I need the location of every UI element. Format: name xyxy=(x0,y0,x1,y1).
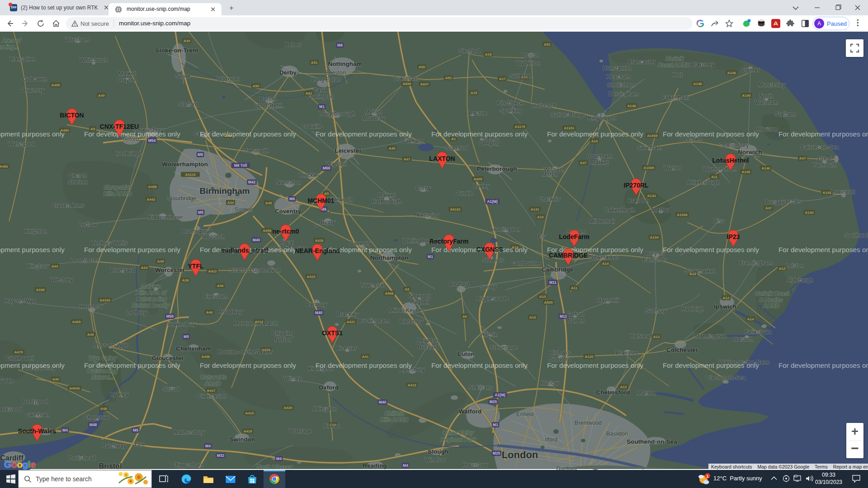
svg-text:A465: A465 xyxy=(72,320,81,324)
svg-text:A4123: A4123 xyxy=(185,173,196,177)
svg-text:M11: M11 xyxy=(549,280,557,285)
svg-text:Hunstanton: Hunstanton xyxy=(603,65,632,71)
svg-text:M40: M40 xyxy=(253,238,260,242)
svg-text:Stone: Stone xyxy=(176,73,191,80)
svg-text:A41: A41 xyxy=(362,355,369,359)
svg-text:M6: M6 xyxy=(198,152,203,157)
svg-text:For development purposes only: For development purposes only xyxy=(663,246,759,253)
svg-text:A143: A143 xyxy=(805,211,814,215)
svg-text:A12: A12 xyxy=(620,385,627,389)
svg-text:Clacton-on-Sea: Clacton-on-Sea xyxy=(706,375,745,381)
svg-text:Cwmbran: Cwmbran xyxy=(25,412,49,418)
svg-text:Wigston: Wigston xyxy=(326,161,346,167)
svg-text:Luton: Luton xyxy=(458,351,474,357)
svg-text:For development purposes only: For development purposes only xyxy=(431,130,528,138)
svg-text:A5: A5 xyxy=(324,192,329,196)
svg-text:A44: A44 xyxy=(141,266,148,270)
svg-text:Cambourne: Cambourne xyxy=(510,260,540,267)
svg-text:Enfield: Enfield xyxy=(516,411,533,418)
svg-text:Buzzard: Buzzard xyxy=(418,344,439,350)
svg-text:Spalding: Spalding xyxy=(500,108,522,114)
svg-text:Stroud: Stroud xyxy=(163,386,179,392)
svg-text:Market: Market xyxy=(378,192,396,198)
svg-text:A6116: A6116 xyxy=(450,207,461,211)
svg-text:A38: A38 xyxy=(182,278,189,282)
svg-text:lackwood: lackwood xyxy=(0,406,22,413)
svg-text:A48: A48 xyxy=(100,407,107,411)
svg-text:M25: M25 xyxy=(490,399,497,404)
svg-text:A47: A47 xyxy=(799,156,806,160)
svg-text:Swindon: Swindon xyxy=(230,436,255,443)
svg-text:Stourbridge: Stourbridge xyxy=(167,195,197,202)
svg-text:A46: A46 xyxy=(217,284,224,288)
svg-text:Whitchurch: Whitchurch xyxy=(80,57,108,63)
svg-text:Sutterton: Sutterton xyxy=(509,73,533,79)
svg-text:Watford: Watford xyxy=(459,408,482,415)
svg-text:& Heaths: & Heaths xyxy=(759,297,782,303)
svg-text:Sleaford: Sleaford xyxy=(459,48,480,54)
svg-text:A10: A10 xyxy=(591,139,598,143)
svg-text:A10: A10 xyxy=(529,315,536,319)
svg-text:Bicester: Bicester xyxy=(336,345,356,352)
svg-text:M5: M5 xyxy=(198,210,203,215)
svg-text:M5: M5 xyxy=(133,428,138,432)
svg-text:Welshpool: Welshpool xyxy=(8,141,34,147)
svg-text:For development purposes only: For development purposes only xyxy=(0,130,65,138)
svg-text:A45: A45 xyxy=(265,201,272,205)
svg-text:A12: A12 xyxy=(653,335,660,339)
svg-text:Lakenheath: Lakenheath xyxy=(605,207,635,213)
svg-text:Hills Area of: Hills Area of xyxy=(136,290,167,296)
svg-text:Redditch: Redditch xyxy=(202,234,224,240)
svg-text:A12: A12 xyxy=(779,267,786,271)
svg-text:A442: A442 xyxy=(146,197,156,202)
svg-text:For development purposes only: For development purposes only xyxy=(0,246,65,253)
svg-text:Tewkesbury: Tewkesbury xyxy=(166,321,197,328)
svg-text:Leighton: Leighton xyxy=(417,338,439,344)
svg-text:A15: A15 xyxy=(471,91,477,95)
svg-text:A17: A17 xyxy=(499,77,506,81)
svg-text:M4: M4 xyxy=(205,444,211,448)
svg-text:A4103: A4103 xyxy=(99,298,110,302)
svg-text:Cirencester: Cirencester xyxy=(197,393,226,399)
svg-text:Tenbury Wells: Tenbury Wells xyxy=(92,240,127,246)
svg-text:A46: A46 xyxy=(206,310,213,314)
svg-text:A49: A49 xyxy=(184,39,190,43)
svg-text:Regional Park: Regional Park xyxy=(440,436,476,443)
svg-text:Chippenham: Chippenham xyxy=(172,462,204,468)
svg-text:M6: M6 xyxy=(337,43,343,47)
svg-text:Beccles: Beccles xyxy=(782,198,802,205)
svg-text:Dersingham: Dersingham xyxy=(608,91,638,97)
svg-text:For development purposes only: For development purposes only xyxy=(316,130,412,138)
svg-text:Stamford: Stamford xyxy=(446,145,469,151)
svg-text:A479: A479 xyxy=(14,350,23,354)
svg-text:Brentwood: Brentwood xyxy=(575,420,602,426)
svg-text:A143: A143 xyxy=(822,191,831,195)
svg-text:Slough: Slough xyxy=(428,448,448,455)
svg-text:Colchester: Colchester xyxy=(666,347,698,353)
svg-text:Heacham: Heacham xyxy=(606,74,631,80)
svg-text:CAMBRIDGE: CAMBRIDGE xyxy=(549,252,588,259)
svg-text:A148: A148 xyxy=(693,82,702,86)
svg-text:Bourne: Bourne xyxy=(469,110,487,117)
svg-text:Lydney: Lydney xyxy=(110,391,129,398)
svg-text:A134: A134 xyxy=(650,235,659,239)
svg-text:Didcot: Didcot xyxy=(323,423,340,429)
svg-text:Ironbridge: Ironbridge xyxy=(116,150,141,157)
svg-text:Bletchley: Bletchley xyxy=(400,319,423,325)
svg-text:Market: Market xyxy=(591,160,609,166)
svg-text:A49: A49 xyxy=(157,259,164,263)
svg-text:Deeping: Deeping xyxy=(479,140,500,146)
svg-text:A483: A483 xyxy=(0,164,8,169)
svg-text:M1: M1 xyxy=(319,104,325,109)
svg-text:Broadway: Broadway xyxy=(217,309,243,315)
svg-text:Rugby: Rugby xyxy=(319,219,335,225)
svg-text:A1101: A1101 xyxy=(564,126,575,130)
svg-text:Hills AONB: Hills AONB xyxy=(104,191,132,197)
svg-text:Norton: Norton xyxy=(274,337,292,343)
svg-text:A419: A419 xyxy=(245,411,254,415)
svg-text:Stretton: Stretton xyxy=(68,179,88,185)
svg-text:M4: M4 xyxy=(403,463,408,468)
svg-text:A419: A419 xyxy=(243,429,252,433)
svg-text:Mildenhall: Mildenhall xyxy=(590,218,615,225)
svg-text:Braintree: Braintree xyxy=(616,350,639,356)
